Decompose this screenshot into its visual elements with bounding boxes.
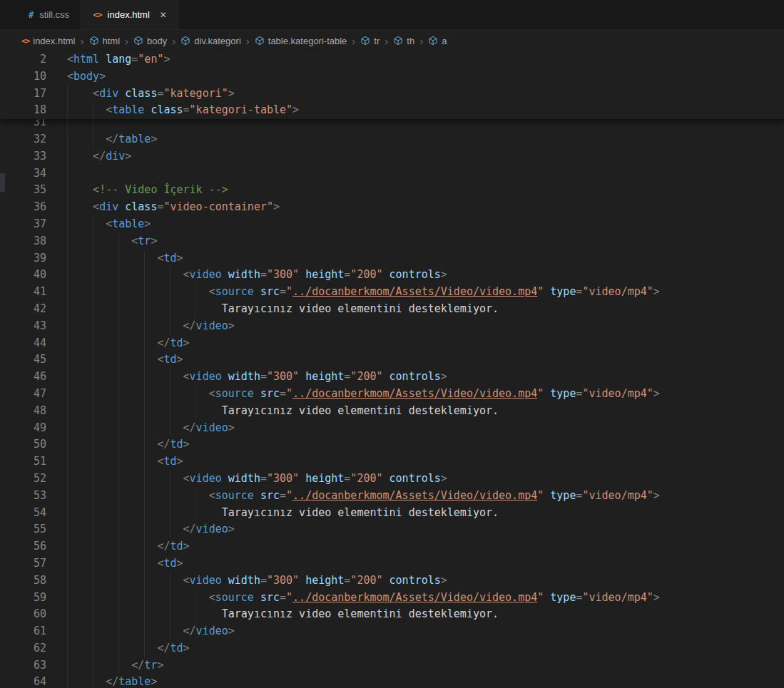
line-number[interactable]: 62: [0, 640, 67, 657]
line-number[interactable]: 52: [0, 471, 67, 488]
line-number[interactable]: 38: [0, 233, 67, 250]
code-line-42[interactable]: 42Tarayıcınız video elementini desteklem…: [0, 301, 784, 318]
sticky-line-2[interactable]: 2<html lang="en">: [0, 51, 784, 68]
file-path-link[interactable]: ../docanberkmom/Assets/Video/video.mp4: [292, 591, 537, 604]
line-number[interactable]: 55: [0, 521, 67, 538]
line-number[interactable]: 47: [0, 386, 67, 403]
code-line-51[interactable]: 51<td>: [0, 453, 784, 471]
editor[interactable]: 2<html lang="en">10<body>17<div class="k…: [0, 51, 784, 688]
line-number[interactable]: 60: [0, 606, 67, 623]
breadcrumb-item-table-kategori-table[interactable]: table.kategori-table: [255, 36, 347, 46]
code-line-54[interactable]: 54Tarayıcınız video elementini desteklem…: [0, 505, 784, 522]
line-number[interactable]: 57: [0, 555, 67, 573]
code-line-31[interactable]: 31: [0, 119, 784, 131]
code-line-40[interactable]: 40<video width="300" height="200" contro…: [0, 267, 784, 284]
tab-still-css[interactable]: # still.css: [17, 0, 81, 29]
sticky-line-17[interactable]: 17<div class="kategori">: [0, 86, 784, 103]
line-number[interactable]: 34: [0, 165, 67, 183]
code-line-48[interactable]: 48Tarayıcınız video elementini desteklem…: [0, 403, 784, 420]
code-line-37[interactable]: 37<table>: [0, 216, 784, 233]
code-line-57[interactable]: 57<td>: [0, 555, 784, 573]
code-token: [299, 472, 305, 485]
code-line-52[interactable]: 52<video width="300" height="200" contro…: [0, 471, 784, 488]
line-number[interactable]: 56: [0, 538, 67, 555]
line-number[interactable]: 54: [0, 505, 67, 522]
breadcrumb-item-html[interactable]: html: [89, 36, 121, 46]
sticky-line-18[interactable]: 18<table class="kategori-table">: [0, 102, 784, 119]
code-line-35[interactable]: 35<!-- Video İçerik -->: [0, 182, 784, 199]
line-number[interactable]: 44: [0, 335, 67, 352]
line-number[interactable]: 46: [0, 369, 67, 386]
breadcrumb-item-body[interactable]: body: [133, 36, 167, 46]
code-line-63[interactable]: 63</tr>: [0, 657, 784, 674]
breadcrumb-item-div-kategori[interactable]: div.kategori: [180, 36, 241, 46]
line-number[interactable]: 61: [0, 623, 67, 640]
breadcrumb-separator: ›: [352, 36, 355, 46]
code-line-60[interactable]: 60Tarayıcınız video elementini desteklem…: [0, 606, 784, 623]
file-path-link[interactable]: ../docanberkmom/Assets/Video/video.mp4: [292, 285, 537, 298]
code-line-41[interactable]: 41<source src="../docanberkmom/Assets/Vi…: [0, 284, 784, 301]
line-number[interactable]: 39: [0, 250, 67, 267]
line-number[interactable]: 53: [0, 488, 67, 505]
code-line-61[interactable]: 61</video>: [0, 623, 784, 640]
line-number[interactable]: 33: [0, 148, 67, 165]
code-line-39[interactable]: 39<td>: [0, 250, 784, 267]
line-number[interactable]: 50: [0, 436, 67, 453]
file-path-link[interactable]: ../docanberkmom/Assets/Video/video.mp4: [292, 489, 537, 502]
line-number[interactable]: 18: [0, 102, 67, 119]
code-line-62[interactable]: 62</td>: [0, 640, 784, 657]
code-line-64[interactable]: 64</table>: [0, 674, 784, 688]
breadcrumb-item-index-html[interactable]: <>index.html: [21, 36, 76, 46]
indent-guides: [67, 640, 157, 657]
line-number[interactable]: 58: [0, 573, 67, 590]
code-line-59[interactable]: 59<source src="../docanberkmom/Assets/Vi…: [0, 590, 784, 607]
code-line-32[interactable]: 32</table>: [0, 131, 784, 148]
line-number[interactable]: 17: [0, 86, 67, 103]
code-line-49[interactable]: 49</video>: [0, 420, 784, 437]
line-number[interactable]: 35: [0, 182, 67, 199]
code-token: td: [170, 540, 183, 553]
close-icon[interactable]: ✕: [160, 10, 167, 20]
code-line-44[interactable]: 44</td>: [0, 335, 784, 352]
tab-index-html[interactable]: <> index.html ✕: [81, 0, 179, 29]
line-number[interactable]: 48: [0, 403, 67, 420]
code-token: >: [157, 659, 163, 672]
line-number[interactable]: 2: [0, 51, 67, 68]
code-line-58[interactable]: 58<video width="300" height="200" contro…: [0, 573, 784, 590]
code-line-53[interactable]: 53<source src="../docanberkmom/Assets/Vi…: [0, 488, 784, 505]
line-number[interactable]: 45: [0, 351, 67, 369]
code-line-43[interactable]: 43</video>: [0, 318, 784, 335]
line-number[interactable]: 63: [0, 657, 67, 674]
code-line-33[interactable]: 33</div>: [0, 148, 784, 165]
line-number[interactable]: 64: [0, 674, 67, 688]
code-line-50[interactable]: 50</td>: [0, 436, 784, 453]
line-number[interactable]: 59: [0, 590, 67, 607]
code-area[interactable]: 3132</table>33</div>3435<!-- Video İçeri…: [0, 119, 784, 688]
line-number[interactable]: 42: [0, 301, 67, 318]
breadcrumb-item-tr[interactable]: tr: [360, 36, 380, 46]
line-number[interactable]: 31: [0, 119, 67, 131]
line-number[interactable]: 36: [0, 199, 67, 216]
code-line-38[interactable]: 38<tr>: [0, 233, 784, 250]
line-number[interactable]: 37: [0, 216, 67, 233]
code-token: >: [228, 87, 235, 100]
line-number[interactable]: 49: [0, 420, 67, 437]
breadcrumb-item-th[interactable]: th: [393, 36, 414, 46]
code-line-34[interactable]: 34: [0, 165, 784, 183]
code-token: table: [118, 133, 151, 145]
code-line-45[interactable]: 45<td>: [0, 351, 784, 369]
file-path-link[interactable]: ../docanberkmom/Assets/Video/video.mp4: [292, 387, 537, 400]
line-number[interactable]: 43: [0, 318, 67, 335]
line-number[interactable]: 40: [0, 267, 67, 284]
code-line-55[interactable]: 55</video>: [0, 521, 784, 538]
line-number[interactable]: 51: [0, 453, 67, 471]
breadcrumb-item-a[interactable]: a: [428, 36, 447, 46]
line-number[interactable]: 41: [0, 284, 67, 301]
line-number[interactable]: 32: [0, 131, 67, 148]
code-line-47[interactable]: 47<source src="../docanberkmom/Assets/Vi…: [0, 386, 784, 403]
line-number[interactable]: 10: [0, 68, 67, 86]
code-line-36[interactable]: 36<div class="video-container">: [0, 199, 784, 216]
code-line-56[interactable]: 56</td>: [0, 538, 784, 555]
code-line-46[interactable]: 46<video width="300" height="200" contro…: [0, 369, 784, 386]
sticky-line-10[interactable]: 10<body>: [0, 68, 784, 86]
